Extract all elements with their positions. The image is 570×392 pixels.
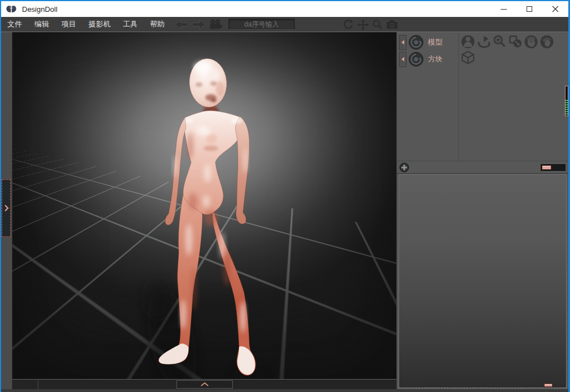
zoom-view-icon[interactable] (371, 19, 384, 30)
menu-edit[interactable]: 编辑 (28, 17, 55, 32)
bottom-panel-expand-button[interactable] (176, 380, 233, 389)
maximize-button[interactable] (516, 1, 542, 17)
rotate-tool-icon[interactable] (476, 34, 491, 49)
right-panel: 模型 方块 (396, 32, 568, 389)
figure-tool-icon[interactable] (460, 34, 475, 49)
window-bottom-edge (1, 389, 568, 392)
mannequin-figure (12, 32, 396, 379)
menubar: 文件 编辑 项目 摄影机 工具 帮助 (1, 17, 568, 32)
foot-tool-icon[interactable] (539, 34, 554, 49)
panel-expand-chevron-icon (4, 204, 9, 212)
visibility-swirl-icon[interactable] (408, 51, 424, 67)
menu-help[interactable]: 帮助 (144, 17, 171, 32)
layer-row-model[interactable]: 模型 (399, 34, 443, 50)
bottom-expand-chevron-icon (200, 382, 209, 387)
window-title: DesignDoll (22, 5, 58, 14)
viewport-bottom-bar (12, 379, 396, 389)
menu-project[interactable]: 项目 (55, 17, 82, 32)
cube-tool-icon[interactable] (460, 50, 475, 65)
camera-capture-icon[interactable] (386, 19, 399, 30)
bottom-bar-divider (38, 380, 38, 389)
collapse-left-icon[interactable] (399, 52, 406, 67)
history-nav (174, 19, 223, 29)
collapse-left-icon[interactable] (399, 35, 406, 50)
visibility-swirl-icon[interactable] (408, 34, 424, 50)
titlebar: DesignDoll (1, 1, 568, 17)
close-icon (552, 6, 559, 12)
view-tools (342, 19, 399, 30)
add-plus-icon[interactable] (399, 162, 409, 173)
history-back-icon[interactable] (174, 20, 188, 29)
history-forward-icon[interactable] (192, 20, 206, 29)
panel-divider (458, 32, 459, 161)
left-panel-strip[interactable] (1, 32, 12, 389)
horizontal-scrollbar[interactable] (541, 164, 565, 171)
window-border-left (0, 0, 1, 392)
hand-tool-icon[interactable] (523, 34, 538, 49)
minimize-icon (501, 9, 507, 10)
panel-bottom-bar (397, 161, 569, 173)
window-border-top (0, 0, 570, 1)
menu-file[interactable]: 文件 (1, 17, 28, 32)
properties-panel (399, 174, 567, 388)
menu-camera[interactable]: 摄影机 (82, 17, 117, 32)
close-button[interactable] (542, 1, 568, 17)
id-number-input[interactable] (228, 19, 295, 30)
part-tools-row2 (460, 50, 475, 65)
layer-label-model: 模型 (428, 37, 443, 47)
zoom-tool-icon[interactable] (492, 34, 507, 49)
maximize-icon (527, 6, 532, 12)
designdoll-window: DesignDoll 文件 编辑 项目 摄影机 工具 帮助 (0, 0, 570, 392)
pan-view-icon[interactable] (356, 19, 369, 30)
layer-row-block[interactable]: 方块 (399, 51, 443, 67)
select-move-tool-icon[interactable] (507, 34, 523, 49)
app-logo-icon (6, 5, 17, 14)
3d-viewport[interactable] (12, 32, 396, 379)
horizontal-scrollbar-thumb[interactable] (542, 165, 551, 170)
mini-scrollbar-thumb[interactable] (544, 384, 553, 387)
layer-label-block: 方块 (428, 54, 443, 64)
part-tools (460, 34, 554, 49)
rotate-view-icon[interactable] (342, 19, 355, 30)
menu-tools[interactable]: 工具 (117, 17, 144, 32)
video-camera-icon[interactable] (209, 19, 223, 29)
minimize-button[interactable] (491, 1, 516, 17)
left-panel-expand-handle[interactable] (2, 179, 11, 237)
window-controls (491, 1, 568, 17)
content-divider (1, 32, 568, 32)
scene-objects-panel: 模型 方块 (397, 32, 569, 174)
